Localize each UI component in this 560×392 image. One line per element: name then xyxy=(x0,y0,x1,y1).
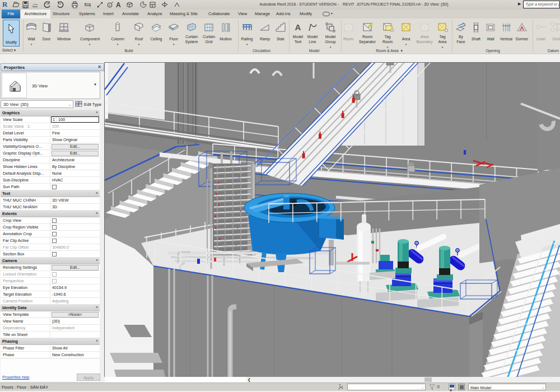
svg-text:A: A xyxy=(116,1,121,8)
svg-text:1: 1 xyxy=(109,3,111,7)
svg-text:A: A xyxy=(295,22,301,32)
